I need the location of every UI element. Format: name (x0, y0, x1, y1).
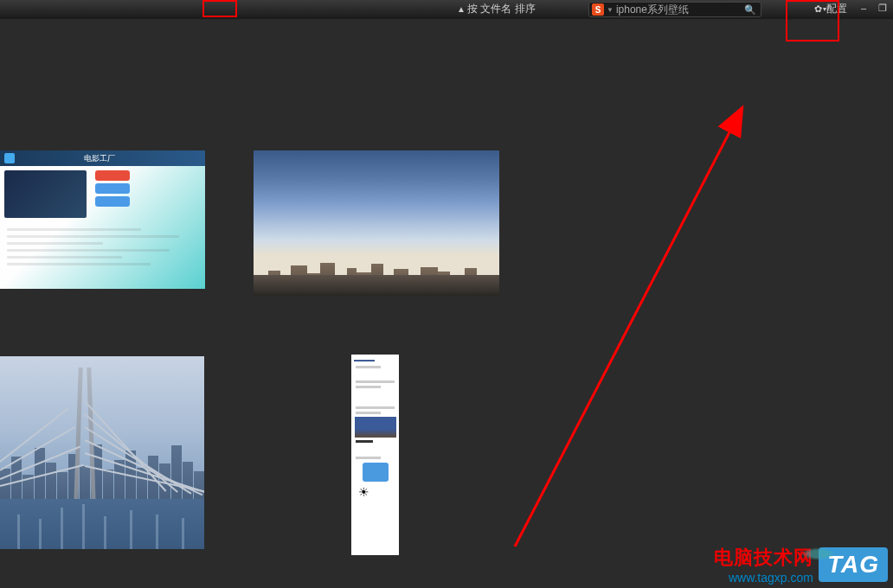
search-icon[interactable]: 🔍 (744, 4, 756, 16)
watermark: 电脑技术网 www.tagxp.com TAG (714, 545, 888, 585)
tab-highlight-box (202, 0, 237, 17)
thumbnail-1[interactable]: 电影工厂 (0, 150, 205, 289)
watermark-cn: 电脑技术网 (714, 545, 813, 571)
thumb1-app-title: 电影工厂 (84, 153, 115, 164)
chevron-down-icon[interactable]: ▼ (607, 6, 614, 14)
sort-label: 按 文件名 排序 (467, 2, 536, 16)
maximize-button[interactable]: ❐ (877, 3, 889, 14)
top-toolbar: ▲ 按 文件名 排序 S ▼ iphone系列壁纸 🔍 ✿ ▾ 配置 – ❐ (0, 0, 893, 19)
thumbnail-grid: 电影工厂 (0, 19, 893, 588)
thumbnail-3[interactable] (0, 356, 204, 549)
search-engine-badge[interactable]: S (592, 3, 604, 16)
app-logo-icon (4, 153, 15, 163)
sort-button[interactable]: ▲ 按 文件名 排序 (457, 2, 536, 16)
sort-arrow-icon: ▲ (457, 4, 466, 14)
watermark-url: www.tagxp.com (714, 571, 813, 585)
search-input[interactable]: S ▼ iphone系列壁纸 🔍 (588, 2, 761, 17)
search-text: iphone系列壁纸 (616, 3, 744, 17)
config-label: 配置 (826, 2, 847, 16)
thumbnail-2[interactable] (254, 150, 499, 296)
config-button[interactable]: ✿ ▾ 配置 (814, 2, 847, 16)
window-controls: – ❐ (858, 3, 889, 14)
minimize-button[interactable]: – (858, 3, 870, 14)
gear-icon: ✿ (814, 3, 822, 15)
thumbnail-4[interactable]: ▬▬▬▬ ☀ (351, 355, 399, 555)
